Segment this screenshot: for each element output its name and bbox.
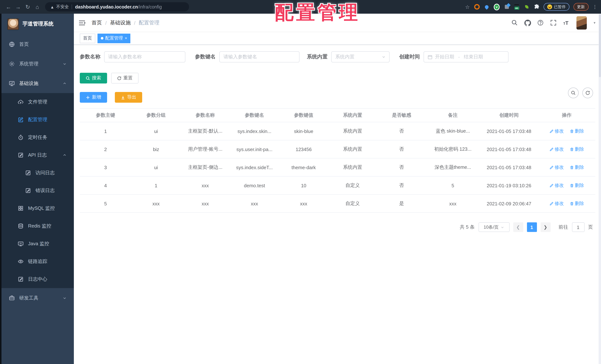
- app-logo[interactable]: 芋道管理系统: [1, 14, 74, 34]
- close-tab-icon[interactable]: ×: [125, 36, 127, 40]
- not-secure-icon: ▲: [50, 5, 54, 9]
- sidebar-item-infra[interactable]: 基础设施: [1, 73, 74, 93]
- help-icon[interactable]: [538, 20, 544, 26]
- edit-link[interactable]: 修改: [550, 182, 564, 189]
- sidebar-item-log-center[interactable]: 日志中心: [1, 270, 74, 288]
- reset-button[interactable]: 重置: [111, 73, 139, 83]
- date-end-placeholder: 结束日期: [464, 54, 483, 60]
- delete-link[interactable]: 删除: [570, 164, 584, 171]
- briefcase-icon: [9, 295, 15, 301]
- page-size-select[interactable]: 10条/页: [478, 222, 510, 232]
- user-avatar[interactable]: [577, 16, 587, 29]
- active-dot-icon: [101, 37, 103, 40]
- sidebar-item-config[interactable]: 配置管理: [1, 111, 74, 129]
- next-page-button[interactable]: ❯: [541, 222, 551, 232]
- pencil-icon: [550, 183, 553, 187]
- scrollbar-thumb[interactable]: [599, 14, 601, 77]
- param-key-label: 参数键名: [195, 54, 216, 60]
- content: 参数名称 请输入参数名称 参数键名 请输入参数键名 系统内置 系统内置 创建时间: [74, 45, 601, 364]
- extension-pin-icon[interactable]: [484, 4, 490, 10]
- sidebar-item-file[interactable]: 文件管理: [1, 93, 74, 111]
- prev-page-button[interactable]: ❮: [513, 222, 523, 232]
- cloud-upload-icon: [18, 99, 24, 105]
- update-button[interactable]: 更新: [573, 3, 589, 11]
- toggle-search-button[interactable]: [568, 88, 579, 98]
- extension-on-icon[interactable]: on: [514, 4, 520, 10]
- search-buttons-row: 搜索 重置: [80, 73, 595, 83]
- export-button[interactable]: 导出: [115, 92, 142, 103]
- date-range-picker[interactable]: 开始日期 - 结束日期: [424, 51, 509, 62]
- sidebar-item-redis[interactable]: Redis 监控: [1, 217, 74, 235]
- pagination: 共 5 条 10条/页 ❮ 1 ❯ 前往 页: [80, 222, 595, 232]
- sidebar-item-dev-tools[interactable]: 研发工具: [1, 288, 74, 308]
- extensions-puzzle-icon[interactable]: [534, 4, 540, 10]
- table-row: 4 1 xxx demo.test 10 自定义 否 5 2021-01-19 …: [80, 176, 595, 194]
- monitor-chart-icon: [9, 80, 15, 86]
- sidebar-item-home[interactable]: 首页: [1, 34, 74, 54]
- delete-link[interactable]: 删除: [570, 200, 584, 207]
- edit-link[interactable]: 修改: [550, 200, 564, 207]
- divider: [72, 4, 72, 9]
- sidebar-item-error-log[interactable]: 错误日志: [1, 182, 74, 200]
- sidebar-item-system[interactable]: 系统管理: [1, 54, 74, 73]
- fullscreen-icon[interactable]: [551, 20, 557, 26]
- param-key-input[interactable]: 请输入参数键名: [219, 51, 300, 62]
- search-button[interactable]: 搜索: [80, 73, 107, 83]
- page-unit-label: 页: [588, 224, 593, 231]
- current-page-button[interactable]: 1: [527, 222, 537, 232]
- refresh-icon: [117, 76, 121, 80]
- log-edit-icon: [18, 276, 24, 282]
- refresh-button[interactable]: [582, 88, 593, 98]
- page: 配置管理 ← → ↻ ⌂ ▲ 不安全 dashboard.yudao.iocod…: [0, 0, 601, 364]
- add-button[interactable]: 新增: [80, 92, 107, 103]
- col-header: 参数名称: [181, 108, 230, 122]
- grid-icon: [18, 205, 24, 211]
- col-header: 参数主键: [80, 108, 131, 122]
- back-icon[interactable]: ←: [4, 4, 13, 10]
- reload-icon[interactable]: ↻: [23, 3, 32, 10]
- log-edit-icon: [25, 170, 31, 176]
- forward-icon[interactable]: →: [13, 4, 23, 10]
- sidebar-item-java[interactable]: Java 监控: [1, 235, 74, 253]
- sidebar-item-mysql[interactable]: MySQL 监控: [1, 200, 74, 217]
- avatar-caret-icon[interactable]: ▾: [594, 21, 595, 25]
- goto-page-input[interactable]: [572, 222, 584, 232]
- delete-link[interactable]: 删除: [570, 146, 584, 152]
- extension-puzzle-blue-icon[interactable]: [504, 4, 510, 10]
- delete-link[interactable]: 删除: [570, 128, 584, 134]
- builtin-select[interactable]: 系统内置: [331, 51, 390, 62]
- extension-green-v-icon[interactable]: v: [494, 4, 500, 10]
- font-size-icon[interactable]: TT: [563, 20, 569, 26]
- github-icon[interactable]: [525, 20, 531, 26]
- tag-home[interactable]: 首页: [80, 33, 95, 43]
- breadcrumb-home[interactable]: 首页: [91, 19, 102, 26]
- search-icon[interactable]: [512, 20, 518, 26]
- edit-link[interactable]: 修改: [550, 128, 564, 134]
- breadcrumb-infra[interactable]: 基础设施: [110, 19, 131, 26]
- home-icon[interactable]: ⌂: [32, 4, 42, 10]
- hamburger-icon[interactable]: [78, 19, 86, 26]
- param-name-input[interactable]: 请输入参数名称: [104, 51, 185, 62]
- table-header-row: 参数主键 参数分组 参数名称 参数键名 参数键值 系统内置 是否敏感 备注 创建…: [80, 108, 595, 122]
- sidebar-item-trace[interactable]: 链路追踪: [1, 253, 74, 270]
- trash-icon: [570, 147, 574, 151]
- pencil-icon: [550, 202, 553, 206]
- col-header: 是否敏感: [377, 108, 426, 122]
- sidebar-item-access-log[interactable]: 访问日志: [1, 164, 74, 182]
- sidebar-item-job[interactable]: 定时任务: [1, 129, 74, 146]
- calendar-icon: [428, 54, 432, 59]
- browser-menu-icon[interactable]: ⋮: [592, 4, 597, 10]
- extension-orange-icon[interactable]: [474, 4, 480, 10]
- bookmark-star-icon[interactable]: ☆: [465, 4, 470, 10]
- extension-leaf-icon[interactable]: [524, 4, 530, 10]
- plus-icon: [86, 95, 90, 100]
- sidebar-item-api-log[interactable]: API 日志: [1, 146, 74, 164]
- address-bar[interactable]: ▲ 不安全 dashboard.yudao.iocoder.cn /infra/…: [45, 2, 189, 11]
- scrollbar-track[interactable]: [598, 14, 601, 364]
- paused-badge[interactable]: 已暂停: [544, 3, 569, 11]
- delete-link[interactable]: 删除: [570, 182, 584, 189]
- tag-config[interactable]: 配置管理 ×: [98, 33, 130, 43]
- edit-square-icon: [18, 117, 24, 123]
- edit-link[interactable]: 修改: [550, 146, 564, 152]
- edit-link[interactable]: 修改: [550, 164, 564, 171]
